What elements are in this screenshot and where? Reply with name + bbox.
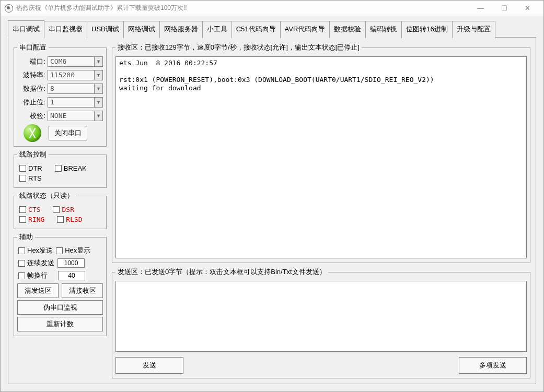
tab-avr-wizard[interactable]: AVR代码向导: [280, 21, 330, 38]
parity-combo[interactable]: NONE ▼: [48, 111, 103, 121]
dsr-indicator: DSR: [53, 206, 74, 213]
databits-value: 8: [48, 84, 94, 93]
clear-recv-button[interactable]: 清接收区: [62, 283, 103, 298]
window-buttons: — ☐ ✕: [469, 1, 539, 16]
rts-label: RTS: [28, 174, 42, 182]
serial-config-group: 串口配置 端口: COM6 ▼ 波特率: 115200 ▼: [14, 43, 107, 147]
dtr-checkbox[interactable]: DTR: [19, 164, 42, 172]
app-window: 热烈庆祝《单片机多功能调试助手》累计下载量突破100万次!! — ☐ ✕ 串口调…: [0, 0, 544, 392]
tab-panel: 串口配置 端口: COM6 ▼ 波特率: 115200 ▼: [8, 37, 536, 384]
port-combo[interactable]: COM6 ▼: [48, 56, 103, 67]
multi-send-button[interactable]: 多项发送: [459, 357, 527, 374]
chevron-down-icon[interactable]: ▼: [94, 98, 102, 107]
linewrap-label: 帧换行: [27, 271, 48, 280]
chevron-down-icon[interactable]: ▼: [94, 111, 102, 121]
line-status-legend: 线路状态（只读）: [17, 191, 76, 200]
tab-net-debug[interactable]: 网络调试: [123, 21, 160, 38]
aux-group: 辅助 Hex发送 Hex显示 连续发送 1000 帧换行 40 清发送区: [14, 232, 107, 336]
linewrap-checkbox[interactable]: 帧换行: [18, 271, 48, 280]
window-title: 热烈庆祝《单片机多功能调试助手》累计下载量突破100万次!!: [16, 4, 469, 13]
break-checkbox[interactable]: BREAK: [55, 164, 87, 172]
tab-serial-monitor[interactable]: 串口监视器: [44, 21, 87, 38]
send-button[interactable]: 发送: [115, 357, 183, 374]
hex-show-checkbox[interactable]: Hex显示: [56, 246, 90, 255]
tab-tools[interactable]: 小工具: [202, 21, 232, 38]
app-icon: [5, 4, 13, 13]
continuous-send-label: 连续发送: [27, 258, 54, 268]
hex-send-label: Hex发送: [27, 246, 53, 255]
receive-legend: 接收区：已接收129字节，速度0字节/秒，接收状态[允许]，输出文本状态[已停止…: [115, 43, 362, 52]
chevron-down-icon[interactable]: ▼: [94, 70, 102, 80]
parity-value: NONE: [48, 111, 94, 121]
recount-button[interactable]: 重新计数: [17, 317, 103, 331]
chevron-down-icon[interactable]: ▼: [94, 84, 102, 93]
tab-serial-debug[interactable]: 串口调试: [8, 20, 44, 38]
send-textarea[interactable]: [115, 281, 527, 352]
continuous-send-value[interactable]: 1000: [57, 258, 85, 268]
tab-checksum[interactable]: 数据校验: [329, 21, 366, 38]
minimize-button[interactable]: —: [469, 1, 492, 16]
send-group: 发送区：已发送0字节（提示：双击文本框可以支持Bin/Txt文件发送） 发送 多…: [112, 267, 530, 378]
stopbits-combo[interactable]: 1 ▼: [48, 97, 103, 108]
port-value: COM6: [48, 57, 94, 66]
rlsd-label: RLSD: [66, 216, 82, 223]
dtr-label: DTR: [28, 164, 42, 172]
tab-net-server[interactable]: 网络服务器: [159, 21, 203, 38]
baud-combo[interactable]: 115200 ▼: [48, 70, 103, 80]
fake-serial-monitor-button[interactable]: 伪串口监视: [17, 300, 103, 315]
tab-encoding[interactable]: 编码转换: [365, 21, 402, 38]
left-column: 串口配置 端口: COM6 ▼ 波特率: 115200 ▼: [14, 43, 107, 378]
tab-upgrade[interactable]: 升级与配置: [452, 21, 495, 38]
content-area: 串口调试 串口监视器 USB调试 网络调试 网络服务器 小工具 C51代码向导 …: [1, 16, 543, 391]
stopbits-value: 1: [48, 98, 94, 107]
databits-combo[interactable]: 8 ▼: [48, 84, 103, 94]
continuous-send-checkbox[interactable]: 连续发送: [18, 258, 54, 268]
connection-status-icon[interactable]: [24, 124, 41, 142]
cts-label: CTS: [28, 206, 40, 213]
databits-label: 数据位:: [17, 84, 45, 93]
line-control-legend: 线路控制: [17, 150, 49, 159]
hex-send-checkbox[interactable]: Hex发送: [18, 246, 53, 255]
break-label: BREAK: [64, 164, 87, 172]
ring-label: RING: [28, 216, 44, 223]
cts-indicator: CTS: [19, 206, 40, 213]
parity-label: 校验:: [17, 111, 45, 121]
serial-config-legend: 串口配置: [17, 43, 49, 52]
tab-usb-debug[interactable]: USB调试: [87, 21, 124, 38]
hex-show-label: Hex显示: [65, 246, 90, 255]
baud-value: 115200: [48, 70, 94, 80]
right-column: 接收区：已接收129字节，速度0字节/秒，接收状态[允许]，输出文本状态[已停止…: [112, 43, 530, 378]
rts-checkbox[interactable]: RTS: [19, 174, 42, 182]
receive-group: 接收区：已接收129字节，速度0字节/秒，接收状态[允许]，输出文本状态[已停止…: [112, 43, 530, 263]
tab-c51-wizard[interactable]: C51代码向导: [232, 21, 281, 38]
dsr-label: DSR: [62, 206, 74, 213]
clear-send-button[interactable]: 清发送区: [17, 283, 59, 298]
tab-bar: 串口调试 串口监视器 USB调试 网络调试 网络服务器 小工具 C51代码向导 …: [8, 20, 536, 38]
titlebar: 热烈庆祝《单片机多功能调试助手》累计下载量突破100万次!! — ☐ ✕: [1, 1, 543, 16]
rlsd-indicator: RLSD: [57, 216, 82, 223]
maximize-button[interactable]: ☐: [492, 1, 516, 16]
tab-bitmap-hex[interactable]: 位图转16进制: [401, 21, 452, 38]
line-status-group: 线路状态（只读） CTS DSR RING RLSD: [14, 191, 107, 229]
ring-indicator: RING: [19, 216, 44, 223]
close-button[interactable]: ✕: [516, 1, 539, 16]
receive-textarea[interactable]: ets Jun 8 2016 00:22:57 rst:0x1 (POWERON…: [115, 56, 527, 258]
aux-legend: 辅助: [17, 232, 35, 242]
chevron-down-icon[interactable]: ▼: [94, 57, 102, 66]
port-label: 端口:: [17, 57, 45, 66]
stopbits-label: 停止位:: [17, 98, 45, 107]
line-control-group: 线路控制 DTR BREAK RTS: [14, 150, 107, 188]
baud-label: 波特率:: [17, 70, 45, 80]
linewrap-value[interactable]: 40: [58, 271, 85, 280]
send-legend: 发送区：已发送0字节（提示：双击文本框可以支持Bin/Txt文件发送）: [115, 267, 328, 277]
close-serial-button[interactable]: 关闭串口: [49, 126, 87, 140]
